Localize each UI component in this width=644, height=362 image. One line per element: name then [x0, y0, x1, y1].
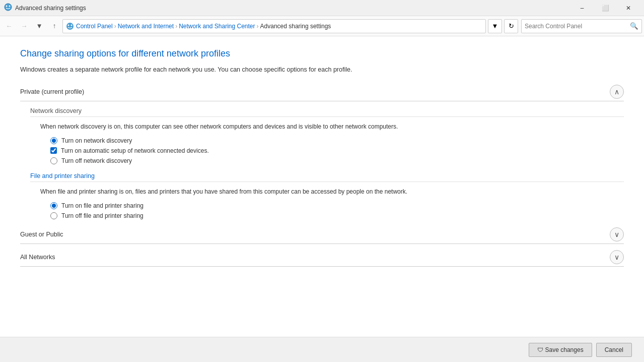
breadcrumb-network-internet[interactable]: Network and Internet	[118, 23, 174, 30]
section-all-networks-header[interactable]: All Networks ∨	[20, 250, 624, 267]
breadcrumb-advanced: Advanced sharing settings	[260, 23, 331, 30]
search-input[interactable]	[525, 23, 630, 30]
up-button[interactable]: ↑	[47, 19, 61, 33]
chevron-down-icon-all: ∨	[614, 253, 619, 261]
svg-point-0	[5, 4, 12, 11]
save-changes-button[interactable]: 🛡 Save changes	[529, 343, 592, 357]
svg-point-5	[71, 24, 73, 26]
nd-on-option[interactable]: Turn on network discovery	[50, 137, 624, 144]
section-private-toggle[interactable]: ∧	[610, 85, 624, 99]
cancel-button[interactable]: Cancel	[596, 343, 632, 357]
window-title: Advanced sharing settings	[15, 5, 570, 12]
close-button[interactable]: ✕	[617, 0, 640, 16]
nd-off-radio[interactable]	[50, 157, 57, 164]
chevron-down-icon-guest: ∨	[614, 230, 619, 238]
fp-off-label: Turn off file and printer sharing	[61, 212, 144, 219]
content-area: Change sharing options for different net…	[0, 36, 644, 337]
fp-off-option[interactable]: Turn off file and printer sharing	[50, 212, 624, 219]
fp-off-radio[interactable]	[50, 212, 57, 219]
section-private-label: Private (current profile)	[20, 88, 610, 95]
svg-point-2	[9, 6, 11, 7]
save-changes-label: Save changes	[545, 346, 584, 353]
subsection-network-discovery-header: Network discovery	[30, 107, 624, 117]
section-guest-public-header[interactable]: Guest or Public ∨	[20, 227, 624, 244]
section-all-networks: All Networks ∨	[20, 250, 624, 267]
file-printer-options: Turn on file and printer sharing Turn of…	[50, 202, 624, 219]
nd-off-option[interactable]: Turn off network discovery	[50, 157, 624, 164]
search-button[interactable]: 🔍	[630, 22, 638, 30]
address-dropdown-button[interactable]: ▼	[488, 19, 502, 33]
forward-button[interactable]: →	[17, 19, 31, 33]
restore-button[interactable]: ⬜	[594, 0, 617, 16]
page-title: Change sharing options for different net…	[20, 48, 624, 59]
window-controls: – ⬜ ✕	[570, 0, 640, 16]
file-printer-description: When file and printer sharing is on, fil…	[40, 187, 624, 196]
refresh-icon: ↻	[509, 22, 514, 30]
subsection-file-printer-header: File and printer sharing	[30, 172, 624, 182]
section-private-header[interactable]: Private (current profile) ∧	[20, 85, 624, 101]
subsection-file-printer-label: File and printer sharing	[30, 172, 95, 179]
section-guest-public-toggle[interactable]: ∨	[610, 227, 624, 242]
title-bar: Advanced sharing settings – ⬜ ✕	[0, 0, 644, 16]
network-discovery-description: When network discovery is on, this compu…	[40, 122, 624, 131]
page-description: Windows creates a separate network profi…	[20, 65, 624, 75]
breadcrumb-sep-3: ›	[257, 23, 259, 30]
minimize-button[interactable]: –	[570, 0, 594, 16]
section-private: Private (current profile) ∧ Network disc…	[20, 85, 624, 219]
fp-on-option[interactable]: Turn on file and printer sharing	[50, 202, 624, 209]
address-bar: ← → ▼ ↑ Control Panel › Network and Inte…	[0, 16, 644, 36]
section-guest-public-label: Guest or Public	[20, 231, 610, 238]
network-discovery-options: Turn on network discovery Turn on automa…	[50, 137, 624, 164]
chevron-down-icon: ▼	[492, 22, 498, 30]
back-button[interactable]: ←	[2, 19, 16, 33]
address-path[interactable]: Control Panel › Network and Internet › N…	[62, 19, 486, 33]
nd-auto-option[interactable]: Turn on automatic setup of network conne…	[50, 147, 624, 154]
nd-on-radio[interactable]	[50, 137, 57, 144]
main-content: Change sharing options for different net…	[0, 36, 644, 362]
svg-point-1	[6, 6, 8, 7]
app-icon	[4, 3, 12, 13]
section-guest-public: Guest or Public ∨	[20, 227, 624, 244]
refresh-button[interactable]: ↻	[504, 19, 518, 33]
shield-icon: 🛡	[537, 346, 543, 353]
breadcrumb-sep-2: ›	[175, 23, 177, 30]
chevron-up-icon: ∧	[614, 88, 619, 96]
section-all-networks-toggle[interactable]: ∨	[610, 250, 624, 264]
section-private-content: Network discovery When network discovery…	[20, 101, 624, 219]
subsection-network-discovery-label: Network discovery	[30, 107, 82, 114]
bottom-bar: 🛡 Save changes Cancel	[0, 337, 644, 362]
search-icon: 🔍	[630, 22, 638, 30]
breadcrumb-sep-1: ›	[114, 23, 116, 30]
recent-locations-button[interactable]: ▼	[32, 19, 46, 33]
section-all-networks-label: All Networks	[20, 254, 610, 261]
breadcrumb-sharing-center[interactable]: Network and Sharing Center	[179, 23, 255, 30]
svg-point-3	[66, 23, 74, 30]
nd-auto-label: Turn on automatic setup of network conne…	[61, 147, 209, 154]
nd-on-label: Turn on network discovery	[61, 137, 132, 144]
breadcrumb-control-panel[interactable]: Control Panel	[76, 23, 113, 30]
nd-auto-checkbox[interactable]	[50, 147, 57, 154]
nd-off-label: Turn off network discovery	[61, 157, 132, 164]
fp-on-radio[interactable]	[50, 202, 57, 209]
search-box[interactable]: 🔍	[521, 19, 642, 33]
fp-on-label: Turn on file and printer sharing	[61, 202, 144, 209]
svg-point-4	[68, 24, 69, 26]
